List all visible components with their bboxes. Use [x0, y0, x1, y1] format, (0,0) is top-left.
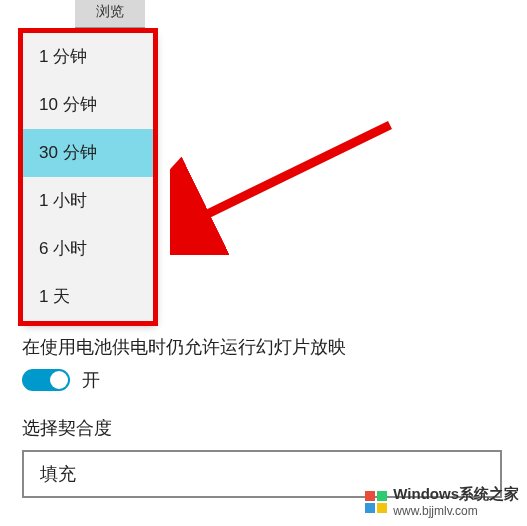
- dropdown-option-30min[interactable]: 30 分钟: [23, 129, 153, 177]
- dropdown-option-10min[interactable]: 10 分钟: [23, 81, 153, 129]
- svg-rect-5: [377, 503, 387, 513]
- watermark: Windows系统之家 www.bjjmlv.com: [365, 485, 519, 518]
- watermark-title: Windows系统之家: [393, 485, 519, 502]
- battery-slideshow-toggle[interactable]: [22, 369, 70, 391]
- arrow-icon: [170, 115, 400, 255]
- svg-rect-3: [377, 491, 387, 501]
- fit-section-label: 选择契合度: [22, 416, 112, 440]
- svg-line-1: [185, 125, 390, 225]
- interval-dropdown[interactable]: 1 分钟 10 分钟 30 分钟 1 小时 6 小时 1 天: [22, 32, 154, 322]
- dropdown-option-1min[interactable]: 1 分钟: [23, 33, 153, 81]
- battery-slideshow-label: 在使用电池供电时仍允许运行幻灯片放映: [22, 335, 346, 359]
- browse-button[interactable]: 浏览: [75, 0, 145, 28]
- toggle-knob: [50, 371, 68, 389]
- windows-icon: [365, 491, 387, 513]
- toggle-state-label: 开: [82, 368, 100, 392]
- svg-rect-2: [365, 491, 375, 501]
- svg-rect-4: [365, 503, 375, 513]
- dropdown-option-6hr[interactable]: 6 小时: [23, 225, 153, 273]
- watermark-url: www.bjjmlv.com: [393, 504, 519, 518]
- dropdown-option-1day[interactable]: 1 天: [23, 273, 153, 321]
- toggle-row: 开: [22, 368, 100, 392]
- dropdown-option-1hr[interactable]: 1 小时: [23, 177, 153, 225]
